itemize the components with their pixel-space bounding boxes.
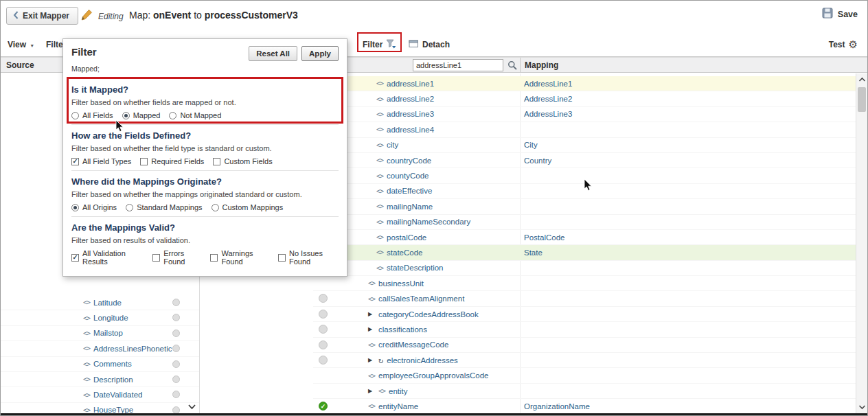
filter-option[interactable]: Custom Mappings (212, 203, 284, 211)
target-field-row[interactable]: dateEffective (313, 184, 856, 199)
exit-mapper-button[interactable]: Exit Mapper (6, 7, 78, 25)
filter-option[interactable]: Standard Mappings (126, 203, 202, 211)
filter-option[interactable]: Not Mapped (169, 111, 221, 119)
target-field-row[interactable]: businessUnit (313, 276, 856, 291)
target-field-row[interactable]: stateCode State (313, 245, 856, 260)
mapping-value[interactable]: OrganizationName (524, 399, 590, 413)
connection-dot[interactable] (319, 310, 328, 319)
connection-dot[interactable] (172, 330, 180, 337)
filter-option[interactable]: Mapped (122, 111, 161, 119)
target-field-row[interactable]: mailingName (313, 199, 856, 214)
connection-dot[interactable] (319, 356, 328, 365)
target-field-row[interactable]: entity (313, 384, 856, 399)
filter-option[interactable]: ✓ All Validation Results (71, 249, 144, 266)
save-button[interactable]: Save (822, 8, 858, 21)
radio-button[interactable] (71, 204, 79, 211)
mapping-value[interactable]: City (524, 138, 538, 152)
target-field-row[interactable]: classifications (313, 322, 856, 337)
source-field-row[interactable]: Mailstop (1, 326, 199, 341)
target-field-row[interactable]: ✓ entityName OrganizationName (313, 399, 856, 413)
connection-dot[interactable] (172, 360, 180, 368)
checkbox[interactable] (278, 254, 286, 262)
filter-option[interactable]: No Issues Found (278, 249, 339, 266)
mapping-value[interactable]: AddressLine3 (524, 107, 572, 122)
filter-tab-partial[interactable]: Filte (46, 37, 63, 52)
target-field-row[interactable]: addressLine3 AddressLine3 (313, 107, 856, 122)
expand-arrow-icon[interactable] (368, 326, 375, 332)
target-field-row[interactable]: addressLine2 AddressLine2 (313, 91, 856, 106)
checkbox[interactable]: ✓ (71, 158, 79, 165)
connection-dot[interactable] (172, 345, 180, 352)
mapping-value[interactable]: State (524, 245, 542, 259)
checkbox[interactable] (213, 158, 220, 165)
filter-option[interactable]: All Origins (71, 203, 117, 211)
source-field-row[interactable]: DateValidated (1, 387, 199, 402)
connection-dot[interactable] (172, 391, 180, 398)
view-menu-button[interactable]: View (8, 37, 34, 52)
source-field-row[interactable]: AddressLinesPhonetic (1, 341, 199, 356)
target-field-row[interactable]: mailingNameSecondary (313, 215, 856, 230)
source-field-row[interactable]: Latitude (1, 295, 199, 310)
checkbox[interactable] (210, 254, 218, 262)
scroll-down-icon[interactable] (858, 402, 867, 412)
radio-button[interactable] (126, 204, 133, 211)
radio-button[interactable] (71, 112, 79, 119)
target-field-row[interactable]: countryCode Country (313, 153, 856, 168)
filter-option[interactable]: All Fields (71, 111, 113, 119)
reset-all-button[interactable]: Reset All (249, 46, 297, 61)
scrollbar-thumb[interactable] (858, 87, 866, 112)
source-field-row[interactable]: HouseType (1, 403, 199, 413)
gear-icon[interactable] (849, 38, 858, 51)
test-button[interactable]: Test (829, 37, 858, 52)
expand-arrow-icon[interactable] (368, 388, 375, 394)
connection-dot[interactable] (172, 314, 180, 321)
checkbox[interactable] (152, 254, 160, 262)
target-search-input[interactable] (413, 59, 503, 71)
radio-button[interactable] (122, 112, 130, 119)
target-field-row[interactable]: postalCode PostalCode (313, 230, 856, 245)
connection-dot[interactable] (319, 294, 328, 303)
filter-option[interactable]: Required Fields (140, 157, 204, 165)
vertical-scrollbar[interactable] (856, 73, 867, 413)
target-field-row[interactable]: city City (313, 138, 856, 153)
mapping-value[interactable]: PostalCode (524, 230, 564, 244)
detach-button[interactable]: Detach (409, 37, 450, 52)
radio-button[interactable] (212, 204, 219, 211)
mapping-value[interactable]: Country (524, 153, 551, 167)
scroll-up-icon[interactable] (858, 75, 867, 84)
target-field-row[interactable]: addressLine4 (313, 122, 856, 137)
target-field-row[interactable]: countyCode (313, 168, 856, 183)
connection-dot[interactable] (319, 340, 328, 349)
target-field-row[interactable]: addressLine1 AddressLine1 (313, 76, 856, 91)
filter-button[interactable]: Filter (363, 37, 396, 52)
target-field-row[interactable]: creditMessageCode (313, 338, 856, 353)
connection-dot[interactable] (319, 325, 328, 334)
source-field-row[interactable]: Comments (1, 357, 199, 372)
element-icon (376, 218, 383, 226)
expand-arrow-icon[interactable] (368, 357, 375, 363)
source-field-row[interactable]: Longitude (1, 310, 199, 325)
connection-dot[interactable] (172, 375, 180, 383)
source-field-row[interactable]: Description (1, 372, 199, 387)
connection-dot[interactable] (172, 406, 180, 413)
mapping-value[interactable]: AddressLine1 (524, 76, 572, 91)
target-field-row[interactable]: stateDescription (313, 261, 856, 276)
apply-button[interactable]: Apply (301, 46, 339, 61)
search-icon[interactable] (506, 60, 518, 71)
radio-button[interactable] (169, 112, 176, 119)
expand-arrow-icon[interactable] (368, 311, 375, 317)
target-field-row[interactable]: callSalesTeamAlignment (313, 291, 856, 306)
connection-dot[interactable] (172, 299, 180, 306)
mapping-value[interactable]: AddressLine2 (524, 91, 572, 106)
target-field-row[interactable]: categoryCodesAddressBook (313, 307, 856, 322)
filter-option[interactable]: Warnings Found (210, 249, 269, 266)
target-field-row[interactable]: electronicAddresses (313, 353, 856, 368)
checkbox[interactable]: ✓ (71, 254, 79, 262)
filter-option[interactable]: ✓ All Field Types (71, 157, 131, 165)
checkbox[interactable] (140, 158, 148, 165)
filter-option[interactable]: Errors Found (152, 249, 201, 266)
mapped-check-icon[interactable]: ✓ (319, 402, 328, 411)
filter-option[interactable]: Custom Fields (213, 157, 272, 165)
target-field-row[interactable]: employeeGroupApprovalsCode (313, 368, 856, 383)
scroll-down-icon[interactable] (187, 400, 196, 413)
